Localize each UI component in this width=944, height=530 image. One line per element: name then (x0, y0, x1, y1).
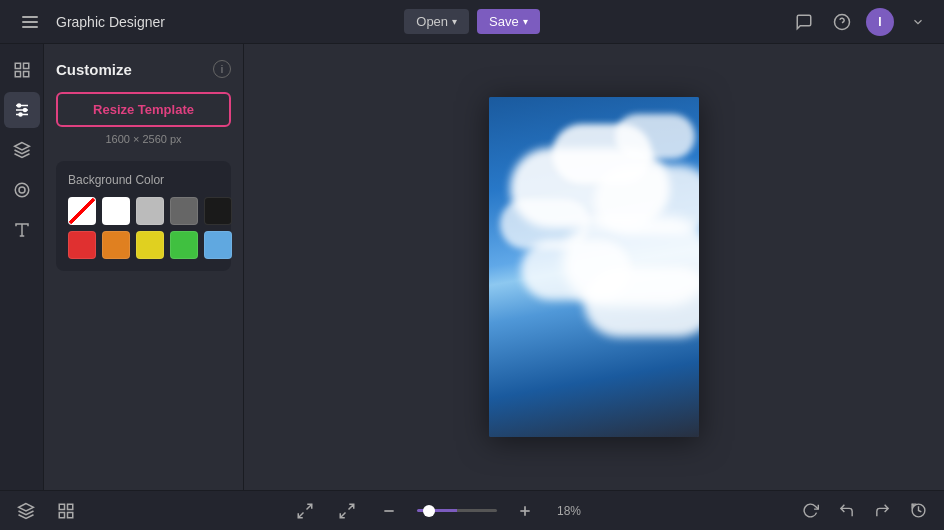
save-button[interactable]: Save ▾ (477, 9, 540, 34)
canvas-area (244, 44, 944, 490)
color-swatch-dark-gray[interactable] (170, 197, 198, 225)
menu-button[interactable] (12, 4, 48, 40)
svg-line-22 (307, 504, 312, 509)
svg-marker-12 (14, 143, 29, 151)
chevron-down-icon[interactable] (904, 8, 932, 36)
bottom-right (796, 497, 932, 525)
svg-rect-2 (15, 63, 20, 68)
color-swatch-transparent[interactable] (68, 197, 96, 225)
zoom-out-button[interactable] (375, 497, 403, 525)
dimension-text: 1600 × 2560 px (56, 133, 231, 145)
hamburger-icon (22, 16, 38, 28)
panel-title: Customize (56, 61, 132, 78)
open-caret: ▾ (452, 16, 457, 27)
color-swatch-blue[interactable] (204, 231, 232, 259)
undo-button[interactable] (832, 497, 860, 525)
zoom-slider[interactable] (417, 509, 497, 512)
color-swatch-red[interactable] (68, 231, 96, 259)
redo-button[interactable] (868, 497, 896, 525)
svg-rect-20 (59, 512, 64, 517)
refresh-button[interactable] (796, 497, 824, 525)
app-title: Graphic Designer (56, 14, 165, 30)
info-icon[interactable]: i (213, 60, 231, 78)
svg-rect-19 (68, 504, 73, 509)
color-swatch-light-gray[interactable] (136, 197, 164, 225)
color-swatch-yellow[interactable] (136, 231, 164, 259)
main-body: Customize i Resize Template 1600 × 2560 … (0, 44, 944, 490)
sidebar-item-elements[interactable] (4, 52, 40, 88)
svg-point-10 (23, 109, 26, 112)
svg-point-9 (17, 104, 20, 107)
bg-color-label: Background Color (68, 173, 219, 187)
header-left: Graphic Designer (12, 4, 404, 40)
color-grid (68, 197, 219, 259)
chat-button[interactable] (790, 8, 818, 36)
bottom-center: 18% (291, 497, 585, 525)
svg-rect-4 (15, 72, 20, 77)
layers-button[interactable] (12, 497, 40, 525)
history-button[interactable] (904, 497, 932, 525)
zoom-in-button[interactable] (511, 497, 539, 525)
zoom-percent: 18% (553, 504, 585, 518)
svg-point-13 (19, 187, 25, 193)
svg-marker-17 (19, 503, 34, 511)
grid-button[interactable] (52, 497, 80, 525)
customize-panel: Customize i Resize Template 1600 × 2560 … (44, 44, 244, 490)
header-center: Open ▾ Save ▾ (404, 9, 539, 34)
fit-button[interactable] (291, 497, 319, 525)
bottom-bar: 18% (0, 490, 944, 530)
panel-header: Customize i (56, 60, 231, 78)
sidebar-item-shapes[interactable] (4, 172, 40, 208)
app-header: Graphic Designer Open ▾ Save ▾ I (0, 0, 944, 44)
resize-button[interactable] (333, 497, 361, 525)
sidebar-item-text[interactable] (4, 212, 40, 248)
icon-sidebar (0, 44, 44, 490)
bottom-left (12, 497, 80, 525)
svg-point-11 (19, 113, 22, 116)
color-swatch-green[interactable] (170, 231, 198, 259)
svg-line-23 (298, 512, 303, 517)
save-caret: ▾ (523, 16, 528, 27)
color-swatch-black[interactable] (204, 197, 232, 225)
color-swatch-white[interactable] (102, 197, 130, 225)
avatar[interactable]: I (866, 8, 894, 36)
sidebar-item-layers[interactable] (4, 132, 40, 168)
background-color-section: Background Color (56, 161, 231, 271)
help-button[interactable] (828, 8, 856, 36)
svg-rect-5 (23, 72, 28, 77)
header-right: I (540, 8, 932, 36)
open-button[interactable]: Open ▾ (404, 9, 469, 34)
svg-rect-18 (59, 504, 64, 509)
canvas-wrapper (489, 97, 699, 437)
sidebar-item-customize[interactable] (4, 92, 40, 128)
svg-rect-21 (68, 512, 73, 517)
svg-point-14 (15, 183, 29, 197)
color-swatch-orange[interactable] (102, 231, 130, 259)
canvas-image (489, 97, 699, 437)
resize-template-button[interactable]: Resize Template (56, 92, 231, 127)
svg-rect-3 (23, 63, 28, 68)
